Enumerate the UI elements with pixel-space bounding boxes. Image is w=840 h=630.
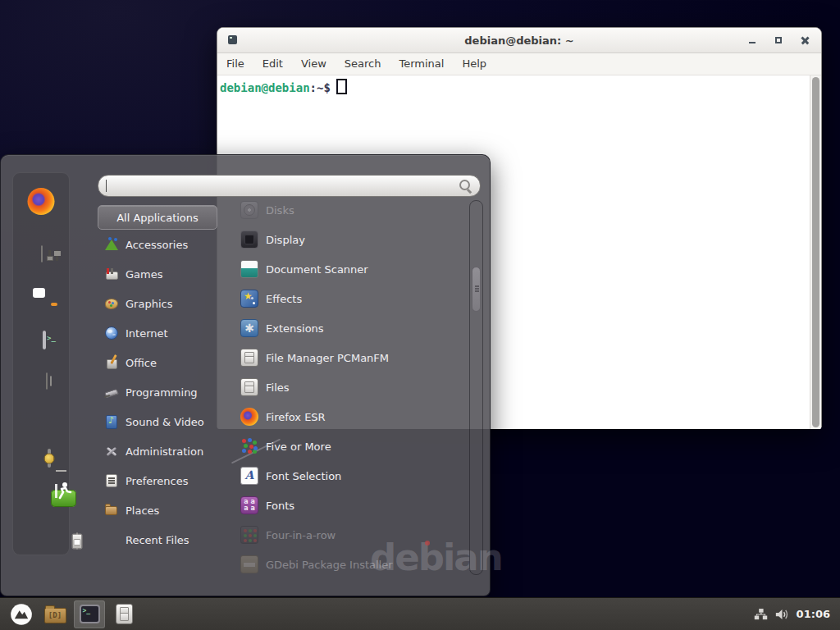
app-display[interactable]: Display: [231, 225, 463, 254]
category-places[interactable]: Places: [98, 495, 217, 525]
application-list: Disks Display Document Scanner Effects E…: [231, 195, 463, 575]
prompt-user-host: debian@debian: [220, 81, 310, 94]
folder-window-button[interactable]: [39, 600, 71, 628]
file-cabinet-icon: [116, 604, 133, 624]
category-preferences[interactable]: Preferences: [98, 466, 217, 495]
office-icon: [104, 355, 119, 370]
category-sound-video[interactable]: Sound & Video: [98, 407, 217, 436]
document-scanner-icon: [240, 260, 258, 278]
display-icon: [240, 231, 258, 249]
category-games[interactable]: Games: [98, 259, 217, 289]
maximize-icon[interactable]: [772, 34, 785, 47]
menu-terminal[interactable]: Terminal: [390, 53, 453, 75]
menu-scrollbar-thumb[interactable]: [472, 267, 481, 312]
shell-prompt: debian@debian:~$: [217, 75, 821, 94]
category-list: All Applications Accessories Games Graph…: [98, 205, 217, 555]
app-file-manager-pcmanfm[interactable]: File Manager PCManFM: [231, 343, 463, 372]
window-controls: [746, 34, 811, 47]
terminal-titlebar[interactable]: debian@debian: ~: [217, 28, 821, 53]
lock-screen-icon[interactable]: [48, 449, 51, 468]
shutdown-icon[interactable]: [76, 532, 78, 550]
menu-scrollbar[interactable]: [469, 200, 483, 575]
gdebi-icon: [240, 555, 258, 573]
terminal-icon[interactable]: [43, 331, 46, 349]
minimize-icon[interactable]: [746, 34, 759, 47]
menu-help[interactable]: Help: [453, 53, 495, 75]
app-firefox-esr[interactable]: Firefox ESR: [231, 402, 463, 431]
app-disks: Disks: [231, 195, 463, 225]
search-icon: [459, 179, 472, 193]
menu-search-box[interactable]: [98, 175, 481, 197]
file-manager-icon[interactable]: [46, 372, 48, 390]
terminal-icon: [80, 605, 100, 623]
control-center-icon[interactable]: [41, 245, 43, 262]
category-recent-files[interactable]: Recent Files: [98, 525, 217, 555]
app-fonts[interactable]: Fonts: [231, 491, 463, 520]
app-font-selection[interactable]: Font Selection: [231, 461, 463, 491]
system-tray: 01:06: [754, 608, 833, 621]
app-document-scanner[interactable]: Document Scanner: [231, 254, 463, 284]
category-graphics[interactable]: Graphics: [98, 289, 217, 318]
category-accessories[interactable]: Accessories: [98, 230, 217, 259]
category-administration[interactable]: Administration: [98, 436, 217, 466]
menu-button[interactable]: [7, 600, 36, 629]
terminal-scrollbar-thumb[interactable]: [812, 77, 819, 427]
files-window-button[interactable]: [108, 600, 139, 628]
category-label: Games: [126, 268, 162, 281]
sound-video-icon: [104, 414, 119, 429]
close-icon[interactable]: [798, 34, 811, 47]
search-input[interactable]: [110, 178, 459, 194]
internet-icon: [104, 326, 119, 340]
category-label: Graphics: [126, 298, 172, 310]
app-files[interactable]: Files: [231, 372, 463, 402]
app-four-in-a-row: Four-in-a-row: [231, 520, 463, 550]
category-all-applications[interactable]: All Applications: [98, 205, 217, 230]
app-label: Display: [266, 234, 305, 246]
app-label: Files: [266, 381, 290, 394]
app-five-or-more[interactable]: Five or More: [231, 431, 463, 461]
desktop: { "terminal": { "title": "debian@debian:…: [0, 0, 840, 630]
menu-view[interactable]: View: [292, 53, 336, 75]
category-office[interactable]: Office: [98, 348, 217, 377]
app-label: Disks: [266, 204, 294, 217]
app-extensions[interactable]: Extensions: [231, 313, 463, 343]
app-effects[interactable]: Effects: [231, 284, 463, 313]
firefox-icon[interactable]: [28, 188, 55, 215]
network-icon[interactable]: [754, 608, 768, 621]
app-label: Fonts: [266, 500, 294, 512]
menu-button-icon: [10, 603, 33, 626]
category-programming[interactable]: Programming: [98, 377, 217, 407]
menu-search[interactable]: Search: [336, 53, 390, 75]
extensions-icon: [240, 319, 258, 337]
logout-icon[interactable]: [51, 490, 76, 507]
preferences-icon: [104, 473, 119, 488]
window-title: debian@debian: ~: [217, 34, 821, 47]
taskbar: 01:06: [0, 597, 840, 630]
applications-menu: debian All Applications Accessories: [0, 154, 491, 596]
clock[interactable]: 01:06: [797, 608, 830, 620]
app-gdebi-package-installer: GDebi Package Installer: [231, 550, 463, 575]
category-label: Office: [126, 357, 157, 369]
volume-icon[interactable]: [775, 608, 789, 621]
menu-edit[interactable]: Edit: [253, 53, 292, 75]
category-label: Preferences: [126, 475, 188, 487]
terminal-window-button[interactable]: [74, 600, 105, 628]
category-label: Accessories: [126, 239, 188, 251]
menu-file[interactable]: File: [217, 53, 253, 75]
category-label: Places: [126, 504, 159, 517]
terminal-scrollbar[interactable]: [810, 75, 821, 429]
app-label: File Manager PCManFM: [266, 352, 389, 364]
fonts-icon: [240, 496, 258, 514]
app-label: GDebi Package Installer: [266, 559, 393, 571]
terminal-window-icon: [228, 35, 237, 44]
file-cabinet-icon: [240, 378, 258, 396]
running-person-glyph: [52, 479, 75, 503]
folder-icon: [44, 608, 66, 623]
accessories-icon: [104, 237, 119, 252]
terminal-cursor: [336, 79, 347, 94]
category-internet[interactable]: Internet: [98, 318, 217, 348]
app-label: Font Selection: [266, 470, 341, 482]
app-label: Effects: [266, 293, 302, 305]
file-cabinet-icon: [240, 349, 258, 367]
four-in-a-row-icon: [240, 526, 258, 544]
